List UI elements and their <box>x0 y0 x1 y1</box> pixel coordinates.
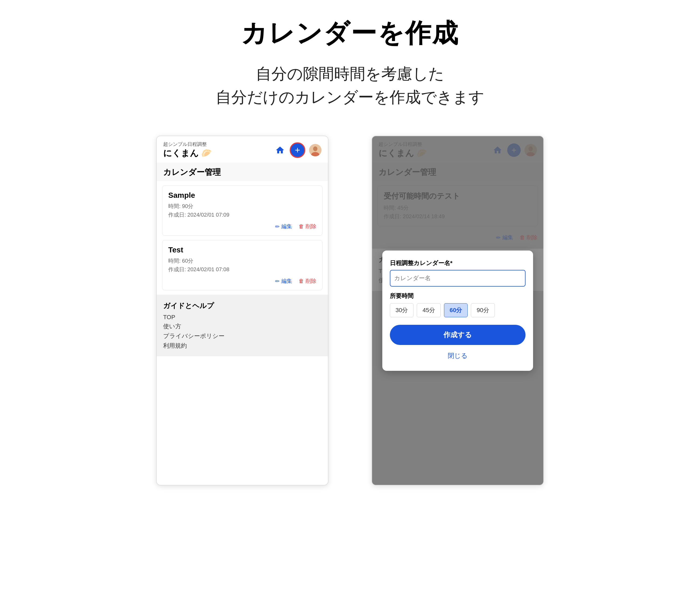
time-options: 30分 45分 60分 90分 <box>390 303 525 317</box>
modal-box: 日程調整カレンダー名* 所要時間 30分 45分 60分 90分 作成する 閉じ… <box>382 250 533 371</box>
home-icon-left[interactable] <box>274 144 286 156</box>
header-icons-left <box>274 142 321 158</box>
modal-duration-label: 所要時間 <box>390 292 525 300</box>
create-button[interactable]: 作成する <box>390 325 525 345</box>
modal-field-label: 日程調整カレンダー名* <box>390 259 525 267</box>
trash-icon-sample: 🗑 <box>298 224 304 230</box>
screens-container: 超シンプル日程調整 にくまん 🥟 <box>11 136 689 485</box>
card-actions-test: ✏ 編集 🗑 削除 <box>168 278 316 285</box>
card-meta-sample: 時間: 90分 作成日: 2024/02/01 07:09 <box>168 202 316 219</box>
time-btn-60[interactable]: 60分 <box>444 303 468 317</box>
trash-icon-test: 🗑 <box>298 278 304 284</box>
calendar-name-input[interactable] <box>390 270 525 287</box>
guide-link-howto-left[interactable]: 使い方 <box>163 323 321 331</box>
section-title-left: カレンダー管理 <box>157 162 328 181</box>
modal-overlay: 日程調整カレンダー名* 所要時間 30分 45分 60分 90分 作成する 閉じ… <box>372 136 543 485</box>
guide-links-left: TOP 使い方 プライバシーポリシー 利用規約 <box>163 314 321 350</box>
edit-icon-test: ✏ <box>275 278 280 285</box>
app-header-left: 超シンプル日程調整 にくまん 🥟 <box>157 136 328 162</box>
header-left-branding: 超シンプル日程調整 にくまん 🥟 <box>163 141 212 159</box>
time-btn-90[interactable]: 90分 <box>471 303 495 317</box>
card-actions-sample: ✏ 編集 🗑 削除 <box>168 223 316 230</box>
app-label-left: 超シンプル日程調整 <box>163 141 212 147</box>
plus-icon-btn-left[interactable] <box>290 142 305 158</box>
time-btn-30[interactable]: 30分 <box>390 303 414 317</box>
screen-left: 超シンプル日程調整 にくまん 🥟 <box>156 136 328 485</box>
svg-point-1 <box>313 146 317 151</box>
page-title: カレンダーを作成 <box>241 16 459 51</box>
delete-button-sample[interactable]: 🗑 削除 <box>298 223 316 230</box>
edit-icon-sample: ✏ <box>275 224 280 230</box>
card-title-sample: Sample <box>168 191 316 200</box>
delete-button-test[interactable]: 🗑 削除 <box>298 278 316 285</box>
time-btn-45[interactable]: 45分 <box>417 303 440 317</box>
edit-button-test[interactable]: ✏ 編集 <box>275 278 292 285</box>
screen-right: 超シンプル日程調整 にくまん 🥟 <box>372 136 544 485</box>
guide-section-left: ガイドとヘルプ TOP 使い方 プライバシーポリシー 利用規約 <box>157 295 328 356</box>
app-name-left: にくまん 🥟 <box>163 148 212 158</box>
close-button[interactable]: 閉じる <box>390 349 525 362</box>
card-meta-test: 時間: 60分 作成日: 2024/02/01 07:08 <box>168 256 316 274</box>
calendar-card-test: Test 時間: 60分 作成日: 2024/02/01 07:08 ✏ 編集 … <box>162 240 323 290</box>
avatar-left[interactable] <box>309 144 321 156</box>
guide-link-terms-left[interactable]: 利用規約 <box>163 342 321 350</box>
edit-button-sample[interactable]: ✏ 編集 <box>275 223 292 230</box>
guide-link-top-left[interactable]: TOP <box>163 314 321 321</box>
guide-title-left: ガイドとヘルプ <box>163 301 321 310</box>
calendar-card-sample: Sample 時間: 90分 作成日: 2024/02/01 07:09 ✏ 編… <box>162 185 323 236</box>
guide-link-privacy-left[interactable]: プライバシーポリシー <box>163 332 321 340</box>
page-subtitle: 自分の隙間時間を考慮した 自分だけのカレンダーを作成できます <box>216 62 484 109</box>
card-title-test: Test <box>168 246 316 254</box>
